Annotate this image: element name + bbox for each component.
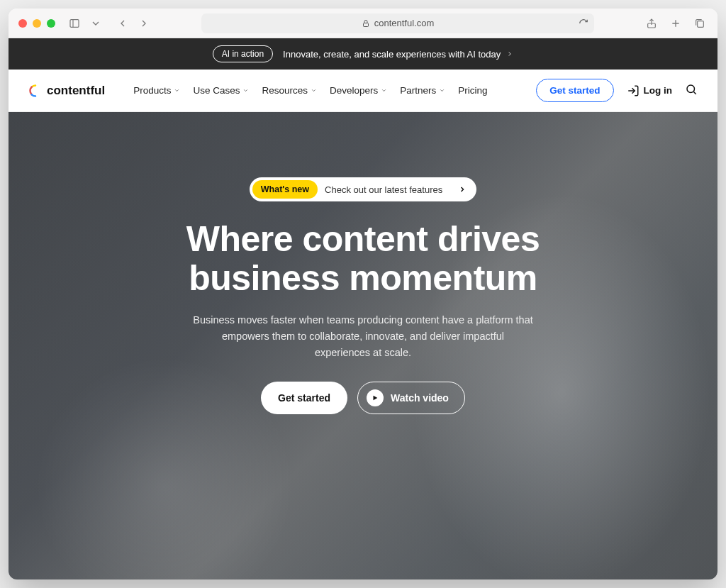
close-window-icon[interactable] <box>18 19 27 28</box>
forward-icon[interactable] <box>136 16 152 31</box>
nav-item-products[interactable]: Products <box>133 85 180 96</box>
lock-icon <box>362 19 370 28</box>
svg-rect-0 <box>70 19 79 27</box>
get-started-button[interactable]: Get started <box>536 79 613 102</box>
announcement-message: Innovate, create, and scale experiences … <box>283 49 513 60</box>
search-icon <box>685 83 698 96</box>
nav-item-label: Products <box>133 85 171 96</box>
svg-point-8 <box>687 85 695 93</box>
url-host: contentful.com <box>374 18 435 28</box>
hero-watch-video-label: Watch video <box>391 392 449 404</box>
nav-item-label: Pricing <box>458 85 487 96</box>
nav-item-use-cases[interactable]: Use Cases <box>193 85 249 96</box>
chevron-down-icon <box>311 87 317 94</box>
announcement-bar[interactable]: AI in action Innovate, create, and scale… <box>9 38 717 70</box>
nav-item-pricing[interactable]: Pricing <box>458 85 487 96</box>
hero-get-started-button[interactable]: Get started <box>261 382 347 414</box>
back-icon[interactable] <box>115 16 130 31</box>
login-label: Log in <box>644 85 673 96</box>
nav-item-label: Use Cases <box>193 85 240 96</box>
share-icon[interactable] <box>644 16 659 31</box>
hero-cta-row: Get started Watch video <box>150 382 576 414</box>
hero-subhead: Business moves faster when teams produci… <box>193 312 533 362</box>
whats-new-text: Check out our latest features <box>325 184 442 195</box>
nav-item-label: Partners <box>400 85 436 96</box>
svg-marker-10 <box>374 395 378 400</box>
login-link[interactable]: Log in <box>627 84 673 97</box>
tabs-overview-icon[interactable] <box>692 16 708 31</box>
announcement-pill: AI in action <box>213 45 273 62</box>
sidebar-toggle-group <box>67 16 104 31</box>
hero-headline: Where content drives business momentum <box>150 220 576 298</box>
nav-item-developers[interactable]: Developers <box>330 85 387 96</box>
brand-logo[interactable]: contentful <box>28 84 105 98</box>
nav-right: Get started Log in <box>536 79 698 102</box>
nav-item-label: Developers <box>330 85 378 96</box>
nav-item-resources[interactable]: Resources <box>262 85 317 96</box>
login-icon <box>627 84 640 97</box>
hero-content: What's new Check out our latest features… <box>136 177 590 414</box>
chevron-down-icon <box>439 87 445 94</box>
main-nav: contentful Products Use Cases Resources … <box>9 70 717 112</box>
nav-item-label: Resources <box>262 85 308 96</box>
whats-new-pill[interactable]: What's new Check out our latest features <box>250 177 476 201</box>
chevron-down-icon <box>242 87 249 94</box>
browser-window: contentful.com AI in action Innovate, cr… <box>9 9 717 579</box>
play-icon <box>367 389 384 406</box>
brand-logo-icon <box>28 84 43 98</box>
nav-item-partners[interactable]: Partners <box>400 85 445 96</box>
url-bar[interactable]: contentful.com <box>201 13 594 33</box>
minimize-window-icon[interactable] <box>33 19 41 28</box>
refresh-icon[interactable] <box>579 18 588 28</box>
fullscreen-window-icon[interactable] <box>47 19 55 28</box>
announcement-text: Innovate, create, and scale experiences … <box>283 49 501 60</box>
chevron-down-icon <box>174 87 180 94</box>
search-button[interactable] <box>685 83 698 99</box>
chevron-right-icon <box>506 50 513 57</box>
browser-chrome: contentful.com <box>9 9 717 38</box>
nav-arrows <box>115 16 152 31</box>
hero-watch-video-button[interactable]: Watch video <box>357 382 465 414</box>
whats-new-arrow <box>454 181 471 198</box>
chevron-down-icon <box>381 87 387 94</box>
whats-new-badge: What's new <box>252 180 318 199</box>
svg-line-9 <box>693 91 696 94</box>
hero-section: What's new Check out our latest features… <box>9 112 717 579</box>
svg-rect-2 <box>363 23 368 26</box>
nav-items: Products Use Cases Resources Developers … <box>133 85 487 96</box>
svg-rect-6 <box>698 21 704 27</box>
sidebar-toggle-icon[interactable] <box>67 16 82 31</box>
new-tab-icon[interactable] <box>668 16 683 31</box>
chevron-right-icon <box>458 185 467 194</box>
chevron-down-icon[interactable] <box>88 16 104 31</box>
brand-name: contentful <box>47 84 105 98</box>
traffic-lights <box>18 19 55 28</box>
chrome-right-controls <box>644 16 708 31</box>
